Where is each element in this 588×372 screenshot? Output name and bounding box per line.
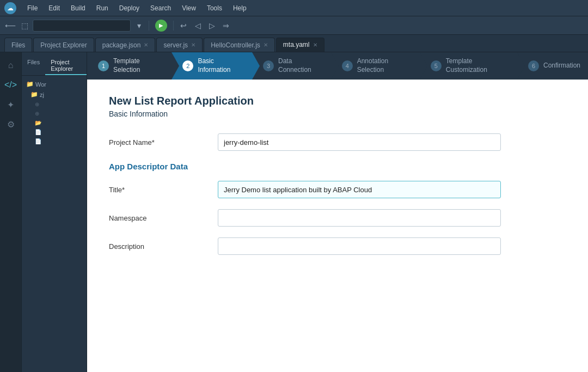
tree-tab-files[interactable]: Files [22, 57, 45, 75]
tree-tabs: Files Project Explorer [22, 57, 87, 76]
step-template-selection[interactable]: 1 Template Selection [87, 52, 171, 80]
description-label: Description [109, 242, 218, 251]
toolbar-nav-icon[interactable]: ⬚ [19, 20, 30, 32]
menu-help[interactable]: Help [229, 3, 251, 13]
toolbar: ⟵ ⬚ ▾ ▶ ↩ ◁ ▷ ⇒ [0, 16, 588, 35]
page-subtitle: Basic Information [109, 109, 566, 118]
step-label-6: Confirmation [543, 62, 580, 70]
folder-icon: 📁 [26, 81, 34, 88]
add-icon: ⊕ [35, 111, 39, 117]
tree-tab-project-explorer[interactable]: Project Explorer [45, 57, 87, 75]
menu-deploy[interactable]: Deploy [115, 3, 144, 13]
menu-run[interactable]: Run [92, 3, 113, 13]
step-label-5: Template Customization [446, 57, 506, 74]
description-row: Description [109, 237, 566, 255]
menu-view[interactable]: View [177, 3, 200, 13]
toolbar-redo-icon[interactable]: ⇒ [220, 20, 232, 32]
step-label-3: Data Connection [278, 57, 320, 74]
content-area: 1 Template Selection 2 Basic Information… [87, 52, 588, 372]
step-number-6: 6 [528, 60, 539, 71]
toolbar-separator [149, 21, 149, 31]
step-label-4: Annotation Selection [357, 57, 409, 74]
toolbar-forward-icon[interactable]: ▷ [206, 20, 218, 32]
tab-project-explorer[interactable]: Project Explorer [33, 38, 94, 52]
step-template-customization[interactable]: 5 Template Customization [420, 52, 517, 80]
step-number-4: 4 [342, 60, 353, 71]
tree-item-folder-open[interactable]: 📂 [22, 118, 87, 127]
close-icon[interactable]: ✕ [144, 42, 148, 48]
project-name-row: Project Name* [109, 133, 566, 151]
main-layout: ⌂ </> ✦ ⚙ Files Project Explorer 📁 Wor 📁… [0, 52, 588, 372]
step-label-1: Template Selection [113, 57, 161, 74]
close-icon[interactable]: ✕ [191, 42, 195, 48]
tab-package-json[interactable]: package.json ✕ [95, 38, 156, 52]
tab-server-js[interactable]: server.js ✕ [156, 38, 203, 52]
tab-bar: Files Project Explorer package.json ✕ se… [0, 35, 588, 52]
step-data-connection[interactable]: 3 Data Connection [252, 52, 331, 80]
title-row: Title* [109, 181, 566, 198]
left-panel: ⌂ </> ✦ ⚙ [0, 52, 22, 372]
tree-item-file-3[interactable]: 📄 [22, 127, 87, 137]
menu-bar: ☁ File Edit Build Run Deploy Search View… [0, 0, 588, 16]
close-icon[interactable]: ✕ [313, 42, 317, 48]
menu-file[interactable]: File [23, 3, 42, 13]
tab-mta-yaml[interactable]: mta.yaml ✕ [276, 38, 324, 52]
close-icon[interactable]: ✕ [264, 42, 268, 48]
wizard-steps: 1 Template Selection 2 Basic Information… [87, 52, 588, 80]
page-title: New List Report Application [109, 95, 566, 107]
folder-open-icon: 📂 [35, 120, 41, 126]
toolbar-back-icon[interactable]: ⟵ [4, 20, 16, 32]
menu-tools[interactable]: Tools [203, 3, 226, 13]
tree-item-file-1[interactable]: ⊕ [22, 100, 87, 109]
run-button[interactable]: ▶ [155, 20, 167, 32]
file-icon: 📄 [35, 129, 41, 135]
file-icon: 📄 [35, 138, 41, 144]
section-title: App Descriptor Data [109, 162, 566, 171]
step-annotation-selection[interactable]: 4 Annotation Selection [331, 52, 420, 80]
description-input[interactable] [218, 237, 501, 255]
toolbar-separator-2 [173, 21, 174, 31]
menu-edit[interactable]: Edit [44, 3, 64, 13]
tab-files[interactable]: Files [4, 38, 32, 52]
step-number-3: 3 [263, 60, 274, 71]
step-number-1: 1 [98, 60, 109, 71]
toolbar-prev-icon[interactable]: ◁ [192, 20, 204, 32]
step-basic-information[interactable]: 2 Basic Information [171, 52, 252, 80]
project-name-input[interactable] [218, 133, 501, 151]
tree-item-file-2[interactable]: ⊕ [22, 109, 87, 118]
toolbar-undo-icon[interactable]: ↩ [177, 20, 189, 32]
add-icon: ⊕ [35, 101, 39, 107]
app-logo: ☁ [4, 2, 16, 14]
project-name-label: Project Name* [109, 138, 218, 147]
folder-icon: 📁 [30, 91, 38, 98]
title-input[interactable] [218, 181, 501, 198]
settings-icon[interactable]: ⚙ [2, 115, 20, 133]
namespace-row: Namespace [109, 209, 566, 227]
tree-item-zj[interactable]: 📁 zj [22, 89, 87, 100]
code-icon[interactable]: </> [2, 76, 20, 94]
home-icon[interactable]: ⌂ [2, 57, 20, 74]
tab-hello-controller[interactable]: HelloController.js ✕ [204, 38, 275, 52]
side-tree: Files Project Explorer 📁 Wor 📁 zj ⊕ ⊕ 📂 … [22, 52, 87, 372]
form-area: New List Report Application Basic Inform… [87, 80, 588, 372]
star-icon[interactable]: ✦ [2, 96, 20, 113]
toolbar-dropdown-icon[interactable]: ▾ [133, 20, 145, 32]
tree-item-workspace[interactable]: 📁 Wor [22, 79, 87, 89]
step-number-5: 5 [431, 60, 442, 71]
menu-build[interactable]: Build [66, 3, 90, 13]
step-confirmation[interactable]: 6 Confirmation [517, 52, 588, 80]
namespace-input[interactable] [218, 209, 501, 227]
title-label: Title* [109, 186, 218, 194]
menu-search[interactable]: Search [146, 3, 175, 13]
tree-item-file-4[interactable]: 📄 [22, 137, 87, 146]
namespace-label: Namespace [109, 214, 218, 222]
step-number-2: 2 [182, 60, 193, 71]
step-label-2: Basic Information [198, 57, 241, 74]
toolbar-input[interactable] [33, 20, 131, 32]
